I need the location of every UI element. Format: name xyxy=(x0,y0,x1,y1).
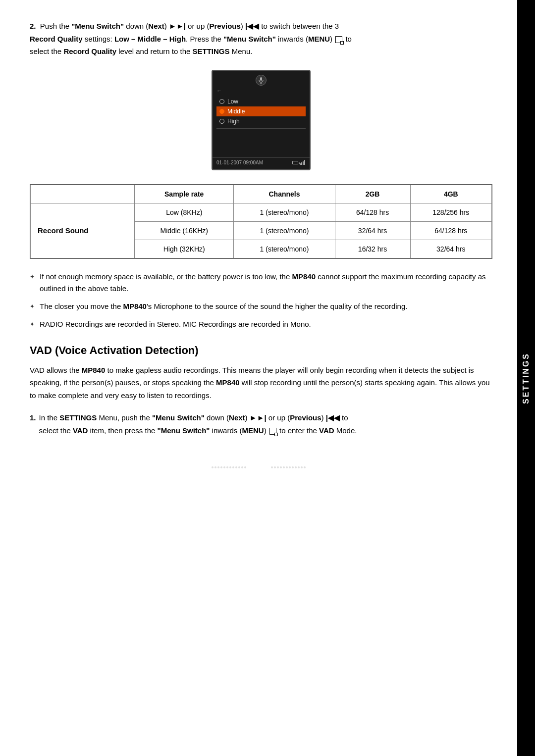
option-low-label: Low xyxy=(227,98,238,105)
step-1-number: 1. xyxy=(30,411,36,424)
signal-icon xyxy=(300,160,306,165)
dot xyxy=(289,466,291,468)
dot-group-1 xyxy=(212,466,251,468)
high-sample-rate: High (32KHz) xyxy=(135,240,234,258)
mp840-vad-ref-1: MP840 xyxy=(82,366,106,374)
vad-description: VAD allows the MP840 to make gapless aud… xyxy=(30,364,492,402)
dot xyxy=(271,466,273,468)
vad-mode-ref: VAD xyxy=(319,426,334,435)
mp840-ref-2: MP840 xyxy=(123,302,147,310)
dot xyxy=(238,466,240,468)
high-2gb: 16/32 hrs xyxy=(335,240,410,258)
dot xyxy=(295,466,297,468)
mid-4gb: 64/128 hrs xyxy=(410,221,491,240)
menu-icon-vad xyxy=(269,428,276,435)
dot xyxy=(212,466,214,468)
battery-icon xyxy=(292,161,298,164)
table-row-low: Record Sound Low (8KHz) 1 (stereo/mono) … xyxy=(31,203,492,221)
device-top-area xyxy=(213,75,310,86)
dot xyxy=(226,466,228,468)
svg-rect-6 xyxy=(304,160,305,165)
menu-icon xyxy=(335,36,342,43)
menu-switch-label-2: "Menu Switch" xyxy=(223,35,276,43)
table-header-channels: Channels xyxy=(234,185,335,203)
dot xyxy=(229,466,231,468)
dot xyxy=(274,466,276,468)
radio-middle xyxy=(219,109,224,114)
mp840-vad-ref-2: MP840 xyxy=(216,378,240,387)
dot xyxy=(277,466,279,468)
menu-switch-vad: "Menu Switch" xyxy=(152,413,205,422)
section-2-text: 2. Push the "Menu Switch" down (Next) ►►… xyxy=(30,20,492,58)
record-sound-table-container: Sample rate Channels 2GB 4GB Record Soun… xyxy=(30,184,492,259)
bullet-diamond-2: ✦ xyxy=(30,302,35,311)
dot xyxy=(244,466,246,468)
status-icons xyxy=(292,160,306,165)
mp840-ref-1: MP840 xyxy=(292,272,316,281)
dot xyxy=(217,466,219,468)
dot xyxy=(286,466,288,468)
main-content: 2. Push the "Menu Switch" down (Next) ►►… xyxy=(0,0,517,756)
dot xyxy=(235,466,237,468)
option-middle-label: Middle xyxy=(227,108,245,115)
svg-rect-0 xyxy=(260,77,262,81)
record-sound-row-header: Record Sound xyxy=(31,203,135,258)
bottom-decorative-dots xyxy=(30,466,492,468)
record-quality-label-2: Record Quality xyxy=(63,47,116,55)
dot-group-2 xyxy=(271,466,311,468)
bullet-item-1: ✦ If not enough memory space is availabl… xyxy=(30,271,492,295)
mid-channels: 1 (stereo/mono) xyxy=(234,221,335,240)
record-quality-label-1: Record Quality xyxy=(30,35,83,43)
high-channels: 1 (stereo/mono) xyxy=(234,240,335,258)
bullet-text-2: The closer you move the MP840's Micropho… xyxy=(40,301,492,312)
table-empty-header xyxy=(31,185,135,203)
svg-rect-3 xyxy=(300,163,301,165)
device-time: 01-01-2007 09:00AM xyxy=(216,160,263,165)
bullet-item-2: ✦ The closer you move the MP840's Microp… xyxy=(30,301,492,312)
device-empty-area xyxy=(213,131,310,155)
bullets-section: ✦ If not enough memory space is availabl… xyxy=(30,271,492,330)
vad-section: VAD (Voice Activation Detection) VAD all… xyxy=(30,344,492,437)
option-high-label: High xyxy=(227,118,240,125)
option-low: Low xyxy=(216,97,306,106)
bullet-diamond-3: ✦ xyxy=(30,320,35,329)
settings-menu-label: SETTINGS xyxy=(193,47,230,55)
table-header-sample-rate: Sample rate xyxy=(135,185,234,203)
mid-sample-rate: Middle (16KHz) xyxy=(135,221,234,240)
step-1-content: In the SETTINGS Menu, push the "Menu Swi… xyxy=(39,411,492,437)
device-container: ← Low Middle High xyxy=(30,70,492,170)
settings-side-tab-label: SETTINGS xyxy=(522,353,531,404)
dot xyxy=(304,466,306,468)
low-2gb: 64/128 hrs xyxy=(335,203,410,221)
table-header-4gb: 4GB xyxy=(410,185,491,203)
high-4gb: 32/64 hrs xyxy=(410,240,491,258)
dot xyxy=(301,466,303,468)
mid-2gb: 32/64 hrs xyxy=(335,221,410,240)
next-icon: ►►| xyxy=(169,22,186,30)
bullet-text-3: RADIO Recordings are recorded in Stereo.… xyxy=(40,318,492,330)
device-back-area: ← xyxy=(213,88,310,94)
dot xyxy=(214,466,216,468)
dot xyxy=(280,466,282,468)
dot xyxy=(232,466,234,468)
menu-switch-vad-2: "Menu Switch" xyxy=(158,426,210,435)
bullet-item-3: ✦ RADIO Recordings are recorded in Stere… xyxy=(30,318,492,330)
prev-icon: |◀◀ xyxy=(245,22,259,30)
table-header-2gb: 2GB xyxy=(335,185,410,203)
bullet-text-1: If not enough memory space is available,… xyxy=(40,271,492,295)
vad-item-ref: VAD xyxy=(73,426,88,435)
mic-icon xyxy=(256,75,267,86)
vad-step-1: 1. In the SETTINGS Menu, push the "Menu … xyxy=(30,411,492,437)
option-high: High xyxy=(216,116,306,126)
record-sound-table: Sample rate Channels 2GB 4GB Record Soun… xyxy=(30,185,492,258)
device-status-bar: 01-01-2007 09:00AM xyxy=(213,157,310,166)
section-2-paragraph: 2. Push the "Menu Switch" down (Next) ►►… xyxy=(30,20,492,58)
menu-switch-label-1: "Menu Switch" xyxy=(71,22,124,30)
settings-side-tab: SETTINGS xyxy=(517,0,535,756)
low-4gb: 128/256 hrs xyxy=(410,203,491,221)
dot xyxy=(220,466,222,468)
device-divider xyxy=(216,128,306,129)
prev-icon-vad: |◀◀ xyxy=(326,413,340,422)
device-screen: ← Low Middle High xyxy=(212,70,311,170)
bullet-diamond-1: ✦ xyxy=(30,272,35,282)
